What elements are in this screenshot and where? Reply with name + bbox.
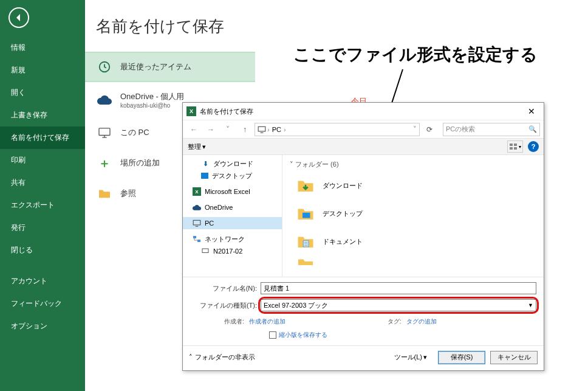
cloud-icon: [96, 95, 113, 105]
save-thumbnail-checkbox[interactable]: [269, 331, 276, 339]
sidebar-item-options[interactable]: オプション: [0, 315, 85, 337]
tree-item-label: PC: [205, 220, 214, 227]
tree-item-computer-node[interactable]: N2017-02: [183, 245, 282, 257]
folder-label: ダウンロード: [323, 181, 363, 190]
plus-icon: ＋: [96, 155, 113, 171]
sidebar-item-close[interactable]: 閉じる: [0, 239, 85, 261]
backstage-sidebar: 情報 新規 開く 上書き保存 名前を付けて保存 印刷 共有 エクスポート 発行 …: [0, 0, 85, 391]
location-label: この PC: [120, 127, 149, 138]
tree-item-excel[interactable]: X Microsoft Excel: [183, 185, 282, 198]
tree-item-network[interactable]: ネットワーク: [183, 233, 282, 245]
nav-up-button[interactable]: ↑: [238, 123, 252, 136]
svg-rect-10: [202, 249, 208, 253]
tree-item-label: Microsoft Excel: [205, 188, 250, 195]
sidebar-item-share[interactable]: 共有: [0, 171, 85, 194]
view-mode-button[interactable]: ▾: [507, 140, 523, 153]
filetype-select[interactable]: Excel 97-2003 ブック ▼: [261, 299, 536, 311]
sidebar-item-feedback[interactable]: フィードバック: [0, 292, 85, 315]
folder-icon: [295, 230, 316, 252]
svg-rect-11: [303, 213, 310, 218]
tree-item-desktop[interactable]: デスクトップ: [183, 170, 282, 182]
chevron-up-icon: ˄: [189, 353, 193, 361]
nav-recent-button[interactable]: ˅: [220, 123, 235, 136]
location-label: 最近使ったアイテム: [120, 61, 191, 72]
tree-item-label: N2017-02: [213, 247, 242, 255]
chevron-down-icon: ▾: [423, 353, 427, 361]
folder-item-documents[interactable]: ドキュメント: [287, 227, 539, 255]
svg-rect-4: [514, 144, 517, 146]
nav-back-button[interactable]: ←: [186, 123, 201, 136]
network-icon: [193, 235, 201, 243]
sidebar-item-new[interactable]: 新規: [0, 59, 85, 81]
filename-input[interactable]: [261, 282, 536, 294]
folder-item-more[interactable]: [287, 255, 539, 268]
desktop-icon: [201, 173, 208, 179]
sidebar-item-save[interactable]: 上書き保存: [0, 104, 85, 126]
cloud-icon: [193, 203, 201, 212]
location-recent[interactable]: 最近使ったアイテム: [85, 52, 255, 82]
organize-menu[interactable]: 整理▾: [188, 142, 206, 151]
sidebar-item-export[interactable]: エクスポート: [0, 194, 85, 216]
arrow-left-icon: [14, 13, 24, 22]
hide-folders-toggle[interactable]: ˄ フォルダーの非表示: [189, 353, 255, 362]
folder-group-header[interactable]: ˅ フォルダー (6): [290, 160, 539, 169]
breadcrumb-segment[interactable]: PC: [271, 126, 282, 133]
excel-icon: X: [193, 187, 201, 196]
save-button[interactable]: 保存(S): [438, 351, 485, 364]
pc-icon: [96, 127, 113, 138]
pc-icon: [201, 247, 210, 255]
tree-item-onedrive[interactable]: OneDrive: [183, 201, 282, 213]
search-placeholder: PCの検索: [446, 125, 475, 134]
tree-item-downloads[interactable]: ⬇ ダウンロード: [183, 157, 282, 170]
svg-rect-2: [258, 126, 265, 131]
dialog-toolbar: 整理▾ ▾ ?: [183, 138, 544, 155]
tree-item-label: ネットワーク: [205, 235, 245, 244]
sidebar-item-print[interactable]: 印刷: [0, 149, 85, 171]
tree-item-pc[interactable]: PC: [183, 217, 282, 229]
breadcrumb[interactable]: › PC › ˅: [255, 123, 420, 136]
refresh-button[interactable]: ⟳: [422, 125, 437, 134]
nav-tree: ⬇ ダウンロード デスクトップ X Microsoft Excel OneDri…: [183, 155, 282, 277]
filetype-label: ファイルの種類(T):: [190, 301, 261, 310]
folder-item-downloads[interactable]: ダウンロード: [287, 171, 539, 199]
dialog-title: 名前を付けて保存: [200, 107, 253, 116]
folder-label: ドキュメント: [323, 237, 363, 246]
tools-menu[interactable]: ツール(L) ▾: [394, 353, 427, 362]
cancel-button[interactable]: キャンセル: [490, 351, 538, 364]
add-author-link[interactable]: 作成者の追加: [249, 317, 285, 326]
location-label: 場所の追加: [120, 157, 160, 168]
clock-icon: [96, 60, 113, 74]
help-button[interactable]: ?: [528, 141, 539, 152]
dialog-fields: ファイル名(N): ファイルの種類(T): Excel 97-2003 ブック …: [183, 277, 544, 345]
dialog-nav: ← → ˅ ↑ › PC › ˅ ⟳ PCの検索 🔍: [183, 120, 544, 138]
nav-forward-button[interactable]: →: [203, 123, 218, 136]
sidebar-item-publish[interactable]: 発行: [0, 216, 85, 239]
close-button[interactable]: ✕: [523, 106, 540, 116]
chevron-down-icon: ▼: [528, 302, 533, 308]
add-tag-link[interactable]: タグの追加: [406, 317, 437, 326]
sidebar-item-open[interactable]: 開く: [0, 81, 85, 104]
tree-item-label: デスクトップ: [212, 171, 252, 181]
pc-icon: [193, 219, 201, 227]
dialog-titlebar: X 名前を付けて保存 ✕: [183, 103, 544, 120]
chevron-down-icon[interactable]: ˅: [413, 125, 417, 133]
filename-label: ファイル名(N):: [190, 284, 261, 293]
search-icon: 🔍: [528, 125, 537, 133]
filetype-value: Excel 97-2003 ブック: [264, 301, 328, 310]
svg-rect-8: [193, 236, 196, 238]
download-icon: ⬇: [201, 159, 210, 168]
back-button[interactable]: [9, 7, 29, 28]
folder-label: デスクトップ: [323, 209, 363, 218]
svg-rect-1: [99, 128, 110, 136]
sidebar-item-account[interactable]: アカウント: [0, 270, 85, 292]
location-label: 参照: [120, 188, 136, 199]
folder-item-desktop[interactable]: デスクトップ: [287, 199, 539, 227]
chevron-down-icon: ˅: [290, 161, 295, 168]
svg-rect-5: [510, 147, 513, 150]
author-label: 作成者:: [224, 317, 244, 326]
chevron-down-icon: ▾: [519, 144, 521, 150]
search-input[interactable]: PCの検索 🔍: [443, 123, 540, 136]
sidebar-item-info[interactable]: 情報: [0, 36, 85, 59]
chevron-right-icon: ›: [284, 126, 286, 133]
sidebar-item-saveas[interactable]: 名前を付けて保存: [0, 126, 85, 149]
